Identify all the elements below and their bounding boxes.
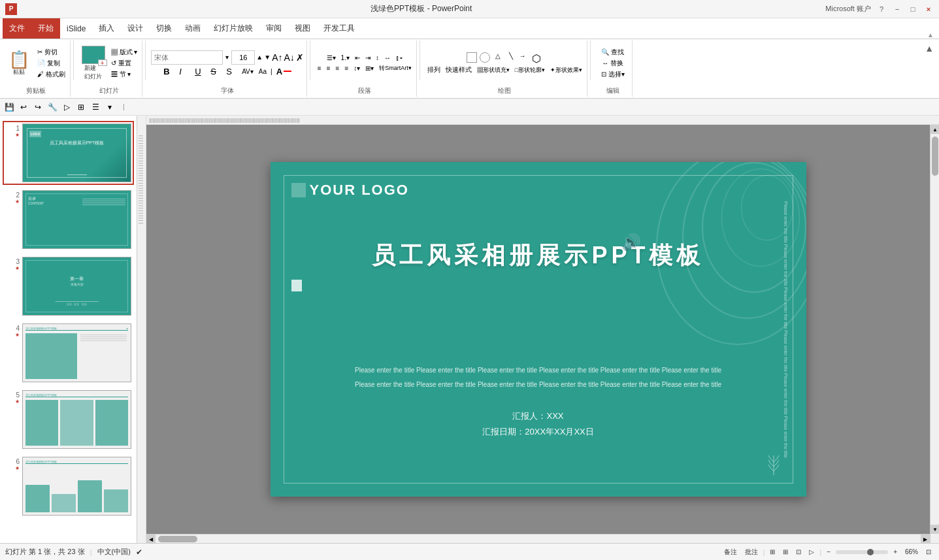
tab-islide[interactable]: iSlide (60, 18, 92, 39)
strikethrough-button[interactable]: S (208, 66, 223, 77)
numbering-button[interactable]: 1.▾ (339, 54, 352, 62)
main-slide[interactable]: YOUR LOGO 员工风采相册展示PPT模板 Please enter the… (271, 162, 806, 497)
text-direction2[interactable]: ↔ (382, 54, 393, 62)
align-center[interactable]: ≡ (325, 64, 333, 73)
copy-button[interactable]: 📄 复制 (35, 58, 67, 69)
convert-smartart[interactable]: 转SmartArt▾ (377, 63, 414, 73)
save-qt-button[interactable]: 💾 (3, 101, 16, 114)
customize-qt-button[interactable]: 🔧 (46, 101, 59, 114)
slide-thumb-4[interactable]: 4 ★ 员工风采相册展示PPT模板 ● (3, 321, 134, 385)
indent-increase[interactable]: ⇥ (363, 54, 372, 62)
line-spacing[interactable]: ↕▾ (352, 64, 362, 73)
view-button[interactable]: ☰ (89, 101, 102, 114)
tab-view[interactable]: 视图 (288, 18, 317, 39)
clear-format-button[interactable]: ✗ (296, 52, 304, 63)
slide-preview-4[interactable]: 员工风采相册展示PPT模板 ● (22, 323, 131, 382)
minimize-button[interactable]: − (892, 4, 902, 14)
slide-thumb-1[interactable]: 1 ★ LOGO 员工风采相册展示PPT模板 (3, 121, 134, 185)
spacing-button[interactable]: AV▾ (240, 67, 255, 76)
bold-button[interactable]: B (161, 66, 176, 77)
layout-button[interactable]: ▦ 版式 ▾ (109, 47, 140, 58)
shape-outline-button[interactable]: □形状轮廓▾ (513, 65, 547, 75)
collapse-button[interactable]: ▲ (922, 41, 936, 97)
slide-thumb-2[interactable]: 2 ★ 目录 CONTENT (3, 188, 134, 252)
scroll-left-button[interactable]: ◀ (146, 535, 156, 543)
arrange-button[interactable]: 排列 (425, 65, 442, 75)
shape-fill-button[interactable]: ▦形状填充▾ (475, 65, 512, 75)
reading-view-button[interactable]: ⊡ (793, 548, 804, 556)
tab-slideshow[interactable]: 幻灯片放映 (207, 18, 259, 39)
slide-thumb-6[interactable]: 6 ★ 员工风采相册展示PPT模板 (3, 454, 134, 518)
section-button[interactable]: ☰ 节 ▾ (109, 69, 140, 80)
font-name-input[interactable] (151, 50, 223, 65)
slide-preview-6[interactable]: 员工风采相册展示PPT模板 (22, 457, 131, 516)
restore-button[interactable]: □ (908, 4, 918, 14)
zoom-out-button[interactable]: − (824, 548, 833, 556)
comments-button[interactable]: 批注 (742, 547, 761, 557)
shapes-more[interactable]: ⬡ (532, 52, 542, 63)
zoom-level[interactable]: 66% (902, 548, 921, 556)
slide-thumb-5[interactable]: 5 ★ 员工风采相册展示PPT模板 (3, 387, 134, 452)
play-button[interactable]: ▷ (60, 101, 73, 114)
slide-sorter-button[interactable]: ⊞ (780, 548, 791, 556)
slide-show-button[interactable]: ▷ (806, 548, 817, 556)
notes-button[interactable]: 备注 (721, 547, 740, 557)
replace-button[interactable]: ↔ 替换 (600, 58, 625, 69)
close-button[interactable]: × (923, 4, 934, 14)
shape-rect[interactable] (467, 52, 477, 63)
increase-font-button[interactable]: A↑ (272, 52, 282, 63)
fit-window-button[interactable]: ⊡ (923, 548, 934, 556)
text-direction[interactable]: ↕ (374, 54, 381, 62)
decrease-font-button[interactable]: A↓ (284, 52, 295, 63)
slide-thumb-3[interactable]: 3 ★ 第一章 采集内容 某某 · 某某 · 某某 (3, 254, 134, 318)
tab-review[interactable]: 审阅 (259, 18, 288, 39)
tab-start[interactable]: 开始 (31, 18, 60, 39)
align-right[interactable]: ≡ (334, 64, 342, 73)
font-size-up[interactable]: ▲ (256, 54, 263, 61)
new-slide-button[interactable]: + 新建幻灯片 (79, 44, 108, 82)
canvas-scroll[interactable]: 🔊 YOUR LOGO (146, 125, 930, 534)
cut-button[interactable]: ✂ 剪切 (35, 47, 67, 58)
redo-button[interactable]: ↪ (31, 101, 44, 114)
tab-transition[interactable]: 切换 (150, 18, 178, 39)
format-painter-button[interactable]: 🖌 格式刷 (35, 69, 67, 80)
shape-line[interactable]: ╲ (506, 52, 516, 63)
scroll-down-button[interactable]: ▼ (931, 525, 939, 534)
italic-button[interactable]: I (177, 66, 191, 77)
indent-decrease[interactable]: ⇤ (353, 54, 362, 62)
scroll-up-button[interactable]: ▲ (931, 125, 939, 134)
shape-arrow[interactable]: → (519, 52, 529, 63)
account-label[interactable]: Microsoft 账户 (825, 4, 871, 14)
font-size-input[interactable] (231, 50, 255, 65)
tab-insert[interactable]: 插入 (92, 18, 121, 39)
shape-effect-button[interactable]: ✦形状效果▾ (548, 65, 584, 75)
collapse-ribbon[interactable]: ▲ (925, 31, 936, 39)
find-button[interactable]: 🔍 查找 (599, 47, 626, 58)
font-color-aa[interactable]: Aa (257, 67, 269, 76)
shape-triangle[interactable]: △ (493, 52, 503, 63)
horizontal-scrollbar[interactable]: ◀ ▶ (146, 534, 930, 543)
font-size-down[interactable]: ▼ (264, 54, 271, 61)
quick-styles-button[interactable]: 快速样式 (444, 65, 474, 75)
present-button[interactable]: ⊞ (74, 101, 88, 114)
zoom-slider[interactable] (836, 550, 888, 554)
bullets-button[interactable]: ☰▾ (325, 54, 338, 62)
slide-preview-3[interactable]: 第一章 采集内容 某某 · 某某 · 某某 (22, 257, 131, 316)
tab-design[interactable]: 设计 (121, 18, 150, 39)
more-button[interactable]: ▾ (103, 101, 116, 114)
slide-preview-5[interactable]: 员工风采相册展示PPT模板 (22, 390, 131, 449)
vertical-scroll-thumb[interactable] (932, 137, 938, 176)
columns-button[interactable]: ⫿▾ (394, 54, 404, 62)
tab-developer[interactable]: 开发工具 (317, 18, 361, 39)
tab-file[interactable]: 文件 (3, 18, 31, 39)
undo-button[interactable]: ↩ (17, 101, 30, 114)
scroll-right-button[interactable]: ▶ (921, 535, 930, 543)
shadow-button[interactable]: S (224, 66, 239, 77)
paste-button[interactable]: 📋 粘贴 (5, 50, 33, 78)
zoom-in-button[interactable]: + (891, 548, 900, 556)
font-name-arrow[interactable]: ▾ (224, 54, 230, 61)
underline-button[interactable]: U (193, 66, 207, 77)
slide-title[interactable]: 员工风采相册展示PPT模板 (324, 240, 753, 271)
help-button[interactable]: ? (876, 4, 887, 14)
normal-view-button[interactable]: ⊞ (767, 548, 778, 556)
